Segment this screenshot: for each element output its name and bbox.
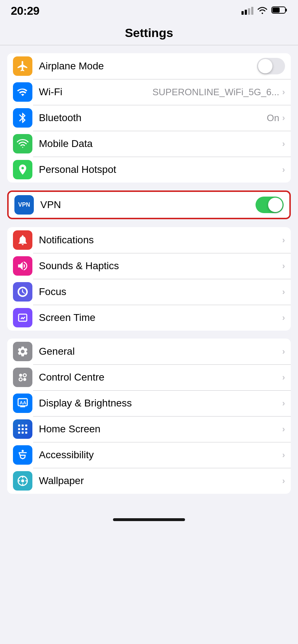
vpn-row[interactable]: VPN VPN	[9, 192, 289, 218]
sounds-label: Sounds & Haptics	[39, 260, 282, 272]
svg-point-7	[23, 378, 26, 381]
accessibility-chevron-icon: ›	[282, 450, 285, 460]
focus-row[interactable]: Focus ›	[7, 279, 291, 305]
personal-hotspot-chevron-icon: ›	[282, 165, 285, 175]
display-brightness-row[interactable]: AA Display & Brightness ›	[7, 390, 291, 416]
general-chevron-icon: ›	[282, 346, 285, 356]
sounds-chevron-icon: ›	[282, 261, 285, 271]
personal-hotspot-row[interactable]: Personal Hotspot ›	[7, 157, 291, 183]
personal-hotspot-label: Personal Hotspot	[39, 164, 282, 175]
status-icons	[241, 6, 287, 15]
wallpaper-row[interactable]: Wallpaper ›	[7, 468, 291, 494]
svg-point-5	[23, 374, 26, 377]
wifi-label: Wi-Fi	[39, 86, 152, 98]
display-brightness-label: Display & Brightness	[39, 397, 282, 409]
screen-time-row[interactable]: Screen Time ›	[7, 305, 291, 331]
home-screen-label: Home Screen	[39, 423, 282, 435]
svg-rect-13	[22, 428, 24, 430]
wifi-value: SUPERONLINE_WiFi_5G_6...	[152, 87, 279, 98]
wallpaper-icon	[13, 471, 32, 491]
airplane-mode-label: Airplane Mode	[39, 60, 257, 72]
accessibility-icon	[13, 445, 32, 465]
notifications-chevron-icon: ›	[282, 235, 285, 245]
airplane-mode-toggle[interactable]	[257, 58, 285, 74]
general-row[interactable]: General ›	[7, 339, 291, 364]
wallpaper-label: Wallpaper	[39, 475, 282, 487]
notifications-row[interactable]: Notifications ›	[7, 227, 291, 253]
sounds-row[interactable]: Sounds & Haptics ›	[7, 253, 291, 279]
control-centre-chevron-icon: ›	[282, 372, 285, 382]
bluetooth-chevron-icon: ›	[282, 113, 285, 123]
control-centre-row[interactable]: Control Centre ›	[7, 364, 291, 390]
svg-rect-11	[25, 424, 27, 427]
svg-rect-10	[22, 424, 24, 427]
wifi-status-icon	[257, 6, 268, 15]
wifi-icon	[13, 82, 32, 102]
general-label: General	[39, 346, 282, 357]
screentime-icon	[13, 308, 32, 327]
wallpaper-chevron-icon: ›	[282, 476, 285, 486]
airplane-icon	[13, 56, 32, 76]
svg-point-18	[22, 450, 24, 452]
display-icon: AA	[13, 394, 32, 413]
status-time: 20:29	[11, 4, 39, 18]
accessibility-row[interactable]: Accessibility ›	[7, 442, 291, 468]
home-screen-row[interactable]: Home Screen ›	[7, 416, 291, 442]
bluetooth-value: On	[267, 112, 279, 124]
display-brightness-chevron-icon: ›	[282, 398, 285, 408]
svg-rect-16	[22, 432, 24, 434]
bluetooth-row[interactable]: Bluetooth On ›	[7, 105, 291, 131]
svg-rect-15	[18, 432, 20, 434]
bluetooth-icon	[13, 108, 32, 128]
svg-point-20	[21, 479, 24, 483]
mobiledata-icon	[13, 134, 32, 153]
bluetooth-label: Bluetooth	[39, 112, 267, 124]
page-header: Settings	[0, 19, 298, 45]
controlcentre-icon	[13, 368, 32, 387]
mobile-data-label: Mobile Data	[39, 138, 282, 150]
svg-text:AA: AA	[20, 400, 26, 405]
wifi-row[interactable]: Wi-Fi SUPERONLINE_WiFi_5G_6... ›	[7, 79, 291, 105]
notifications-group: Notifications › Sounds & Haptics › Focus…	[7, 227, 291, 331]
general-icon	[13, 342, 32, 361]
bottom-spacer	[0, 505, 298, 526]
mobile-data-chevron-icon: ›	[282, 139, 285, 149]
vpn-icon: VPN	[14, 195, 34, 215]
airplane-mode-row[interactable]: Airplane Mode	[7, 53, 291, 79]
status-bar: 20:29	[0, 0, 298, 19]
vpn-toggle[interactable]	[256, 197, 284, 213]
control-centre-label: Control Centre	[39, 372, 282, 383]
svg-rect-1	[286, 9, 287, 12]
accessibility-label: Accessibility	[39, 449, 282, 461]
notifications-icon	[13, 230, 32, 250]
focus-label: Focus	[39, 286, 282, 298]
screen-time-label: Screen Time	[39, 312, 282, 323]
svg-rect-9	[18, 424, 20, 427]
home-indicator	[113, 518, 185, 521]
homescreen-icon	[13, 419, 32, 439]
svg-rect-12	[18, 428, 20, 430]
signal-strength-icon	[241, 7, 253, 15]
svg-rect-2	[272, 8, 280, 13]
screen-time-chevron-icon: ›	[282, 313, 285, 323]
svg-point-6	[19, 378, 22, 381]
connectivity-group: Airplane Mode Wi-Fi SUPERONLINE_WiFi_5G_…	[7, 53, 291, 183]
wifi-chevron-icon: ›	[282, 87, 285, 97]
vpn-label: VPN	[40, 199, 256, 211]
hotspot-icon	[13, 160, 32, 179]
focus-chevron-icon: ›	[282, 287, 285, 297]
general-group: General › Control Centre › AA Display & …	[7, 339, 291, 494]
page-title: Settings	[125, 26, 173, 40]
vpn-group: VPN VPN	[7, 190, 291, 219]
home-screen-chevron-icon: ›	[282, 424, 285, 434]
svg-point-4	[19, 374, 22, 377]
notifications-label: Notifications	[39, 234, 282, 246]
svg-rect-17	[25, 432, 27, 434]
sounds-icon	[13, 256, 32, 276]
focus-icon	[13, 282, 32, 302]
battery-icon	[271, 6, 287, 15]
svg-rect-14	[25, 428, 27, 430]
mobile-data-row[interactable]: Mobile Data ›	[7, 131, 291, 157]
